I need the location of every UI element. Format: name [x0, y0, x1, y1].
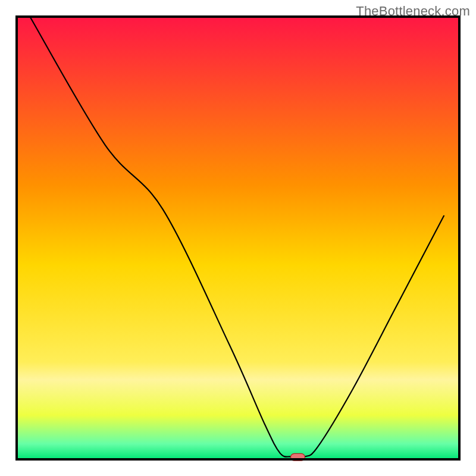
chart-container: TheBottleneck.com: [0, 0, 476, 476]
chart-background: [17, 17, 459, 459]
watermark-label: TheBottleneck.com: [356, 4, 470, 19]
bottleneck-chart: [0, 0, 476, 476]
